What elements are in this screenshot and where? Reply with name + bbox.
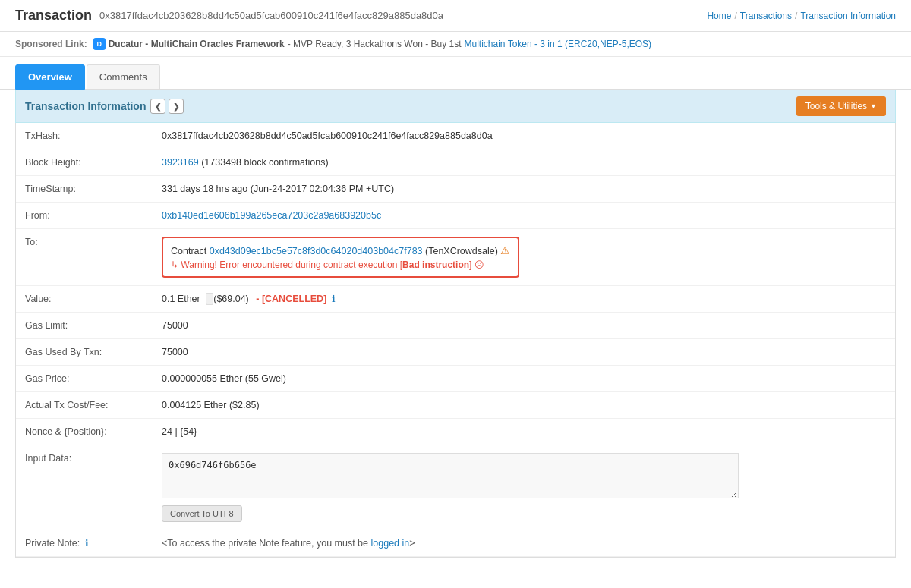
input-data-value: 0x696d746f6b656e Convert To UTF8 bbox=[162, 453, 886, 522]
block-confirmations-text: (1733498 block confirmations) bbox=[201, 157, 328, 168]
private-note-prefix: <To access the private Note feature, you… bbox=[162, 538, 371, 549]
sponsored-bar: Sponsored Link: D Ducatur - MultiChain O… bbox=[0, 32, 911, 57]
private-note-login-link[interactable]: logged in bbox=[371, 538, 410, 549]
private-note-info-icon[interactable]: ℹ bbox=[85, 538, 89, 549]
gas-price-label: Gas Price: bbox=[25, 373, 162, 384]
tab-overview[interactable]: Overview bbox=[15, 64, 85, 90]
value-usd-text: ($69.04) bbox=[213, 294, 249, 304]
table-row-to: To: Contract 0xd43d09ec1bc5e57c8f3d0c640… bbox=[16, 229, 895, 286]
txhash-value: 0x3817ffdac4cb203628b8dd4c50ad5fcab60091… bbox=[162, 130, 886, 141]
input-data-label: Input Data: bbox=[25, 453, 162, 464]
nonce-value: 24 | {54} bbox=[162, 426, 886, 437]
actual-cost-value: 0.004125 Ether ($2.85) bbox=[162, 400, 886, 410]
value-ether: 0.1 Ether bbox=[162, 294, 200, 304]
from-address-link[interactable]: 0xb140ed1e606b199a265eca7203c2a9a683920b… bbox=[162, 210, 381, 221]
convert-utf8-button[interactable]: Convert To UTF8 bbox=[162, 505, 242, 522]
nav-prev-arrow[interactable]: ❮ bbox=[150, 99, 165, 114]
breadcrumb: Home / Transactions / Transaction Inform… bbox=[707, 11, 896, 21]
content-area: Transaction Information ❮ ❯ Tools & Util… bbox=[0, 90, 911, 573]
contract-prefix: Contract bbox=[171, 246, 210, 256]
table-row-input-data: Input Data: 0x696d746f6b656e Convert To … bbox=[16, 445, 895, 530]
warning-bracket-end: ] bbox=[469, 259, 471, 270]
to-label: To: bbox=[25, 237, 162, 247]
block-height-value: 3923169 (1733498 block confirmations) bbox=[162, 157, 886, 168]
table-row-from: From: 0xb140ed1e606b199a265eca7203c2a9a6… bbox=[16, 203, 895, 229]
table-row-timestamp: TimeStamp: 331 days 18 hrs ago (Jun-24-2… bbox=[16, 176, 895, 203]
transaction-hash: 0x3817ffdac4cb203628b8dd4c50ad5fcab60091… bbox=[99, 10, 707, 21]
bad-instruction-text: Bad instruction bbox=[402, 259, 469, 270]
value-label: Value: bbox=[25, 294, 162, 304]
header-bar: Transaction 0x3817ffdac4cb203628b8dd4c50… bbox=[0, 0, 911, 32]
contract-address-link[interactable]: 0xd43d09ec1bc5e57c8f3d0c64020d403b04c7f7… bbox=[210, 246, 423, 256]
table-row-txhash: TxHash: 0x3817ffdac4cb203628b8dd4c50ad5f… bbox=[16, 123, 895, 149]
nav-next-arrow[interactable]: ❯ bbox=[169, 99, 184, 114]
tabs-container: Overview Comments bbox=[15, 64, 896, 89]
private-note-value: <To access the private Note feature, you… bbox=[162, 538, 886, 549]
gas-limit-value: 75000 bbox=[162, 320, 886, 331]
actual-cost-label: Actual Tx Cost/Fee: bbox=[25, 400, 162, 410]
to-value: Contract 0xd43d09ec1bc5e57c8f3d0c64020d4… bbox=[162, 237, 886, 278]
sponsor-desc: - MVP Ready, 3 Hackathons Won - Buy 1st bbox=[288, 39, 462, 49]
sponsored-label: Sponsored Link: bbox=[15, 39, 87, 49]
breadcrumb-sep-1: / bbox=[734, 11, 736, 21]
contract-line: Contract 0xd43d09ec1bc5e57c8f3d0c64020d4… bbox=[171, 244, 510, 256]
timestamp-label: TimeStamp: bbox=[25, 184, 162, 194]
block-height-label: Block Height: bbox=[25, 157, 162, 168]
input-data-textarea[interactable]: 0x696d746f6b656e bbox=[162, 453, 739, 498]
breadcrumb-transactions[interactable]: Transactions bbox=[740, 11, 792, 21]
table-row-nonce: Nonce & {Position}: 24 | {54} bbox=[16, 419, 895, 445]
private-note-label-text: Private Note: bbox=[25, 538, 80, 549]
info-table: TxHash: 0x3817ffdac4cb203628b8dd4c50ad5f… bbox=[15, 123, 896, 558]
value-value: 0.1 Ether ($69.04) - [CANCELLED] ℹ bbox=[162, 294, 886, 304]
contract-warning-box: Contract 0xd43d09ec1bc5e57c8f3d0c64020d4… bbox=[162, 237, 519, 278]
nonce-label: Nonce & {Position}: bbox=[25, 426, 162, 437]
cancelled-badge: - [CANCELLED] bbox=[256, 294, 326, 304]
section-title-container: Transaction Information ❮ ❯ bbox=[25, 99, 184, 114]
nav-arrows: ❮ ❯ bbox=[150, 99, 184, 114]
table-row-block-height: Block Height: 3923169 (1733498 block con… bbox=[16, 149, 895, 176]
from-value: 0xb140ed1e606b199a265eca7203c2a9a683920b… bbox=[162, 210, 886, 221]
block-height-link[interactable]: 3923169 bbox=[162, 157, 199, 168]
table-row-gas-used: Gas Used By Txn: 75000 bbox=[16, 339, 895, 366]
warning-text: Warning! Error encountered during contra… bbox=[181, 259, 402, 270]
gas-used-value: 75000 bbox=[162, 347, 886, 357]
table-row-actual-cost: Actual Tx Cost/Fee: 0.004125 Ether ($2.8… bbox=[16, 392, 895, 419]
from-label: From: bbox=[25, 210, 162, 221]
value-info-icon[interactable]: ℹ bbox=[332, 294, 336, 304]
private-note-suffix: > bbox=[409, 538, 415, 549]
value-usd bbox=[206, 293, 213, 305]
timestamp-value: 331 days 18 hrs ago (Jun-24-2017 02:04:3… bbox=[162, 184, 886, 194]
gas-limit-label: Gas Limit: bbox=[25, 320, 162, 331]
gas-used-label: Gas Used By Txn: bbox=[25, 347, 162, 357]
section-header: Transaction Information ❮ ❯ Tools & Util… bbox=[15, 90, 896, 123]
warning-emoji-icon: ☹ bbox=[474, 259, 484, 270]
gas-price-value: 0.000000055 Ether (55 Gwei) bbox=[162, 373, 886, 384]
warning-arrow: ↳ bbox=[171, 259, 181, 270]
table-row-gas-limit: Gas Limit: 75000 bbox=[16, 313, 895, 339]
page-title: Transaction bbox=[15, 8, 92, 24]
txhash-label: TxHash: bbox=[25, 130, 162, 141]
section-title-text: Transaction Information bbox=[25, 100, 146, 112]
table-row-gas-price: Gas Price: 0.000000055 Ether (55 Gwei) bbox=[16, 366, 895, 392]
warning-triangle-icon: ⚠ bbox=[500, 244, 510, 256]
private-note-label: Private Note: ℹ bbox=[25, 538, 162, 549]
tab-comments[interactable]: Comments bbox=[87, 64, 160, 89]
sponsor-link[interactable]: Multichain Token - 3 in 1 (ERC20,NEP-5,E… bbox=[465, 39, 652, 49]
table-row-private-note: Private Note: ℹ <To access the private N… bbox=[16, 530, 895, 557]
warning-line: ↳ Warning! Error encountered during cont… bbox=[171, 259, 510, 270]
breadcrumb-home[interactable]: Home bbox=[707, 11, 731, 21]
contract-name-text: (TenXCrowdsale) bbox=[425, 246, 498, 256]
breadcrumb-sep-2: / bbox=[795, 11, 797, 21]
tools-utilities-button[interactable]: Tools & Utilities bbox=[796, 96, 886, 116]
tabs-bar: Overview Comments bbox=[0, 57, 911, 90]
sponsor-name: Ducatur - MultiChain Oracles Framework bbox=[109, 39, 285, 49]
sponsor-icon: D bbox=[93, 38, 106, 50]
table-row-value: Value: 0.1 Ether ($69.04) - [CANCELLED] … bbox=[16, 286, 895, 313]
breadcrumb-current[interactable]: Transaction Information bbox=[800, 11, 896, 21]
